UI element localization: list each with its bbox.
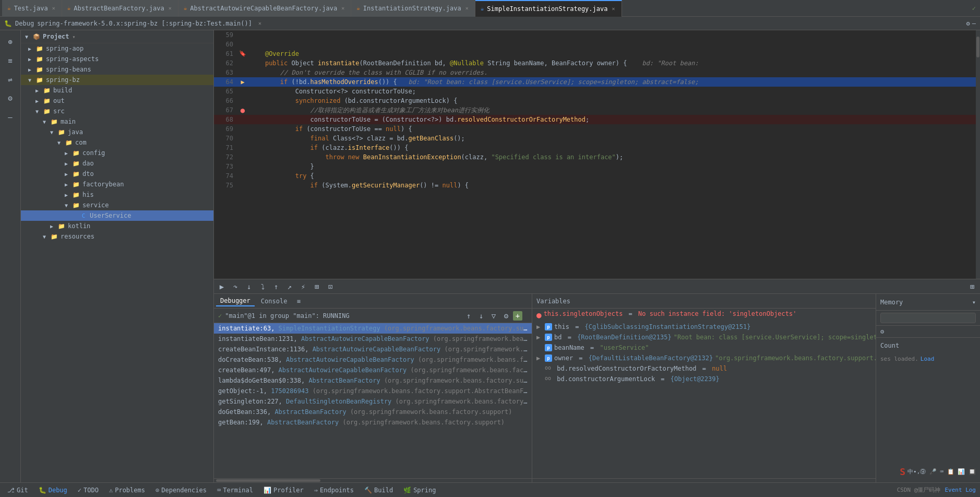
bottom-tab-profiler[interactable]: 📊 Profiler [260, 486, 307, 495]
tree-item-factorybean[interactable]: ▶ 📁 factorybean [21, 179, 213, 190]
tab-instantiation[interactable]: ☕ InstantiationStrategy.java ✕ [351, 0, 475, 17]
thread-settings-btn[interactable]: ⚙ [500, 310, 512, 322]
thread-up-btn[interactable]: ↑ [463, 310, 474, 322]
tree-item-out[interactable]: ▶ 📁 out [21, 96, 213, 106]
tab-debugger[interactable]: Debugger [216, 296, 255, 306]
debug-layout-btn[interactable]: ⊞ [966, 281, 978, 292]
memory-load-link[interactable]: Load [921, 356, 935, 362]
frame-item-9[interactable]: getBean:199, AbstractBeanFactory (org.sp… [214, 417, 532, 428]
variables-scrollbar[interactable] [532, 478, 876, 482]
memory-expand-icon[interactable]: ▾ [972, 299, 976, 306]
bottom-tab-spring[interactable]: 🌿 Spring [400, 486, 439, 495]
frames-scrollbar[interactable] [214, 478, 532, 482]
tree-item-resources[interactable]: ▼ 📁 resources [21, 231, 213, 242]
force-step-into-btn[interactable]: ⤵ [257, 281, 268, 292]
project-header[interactable]: ▼ 📦 Project ▾ [21, 30, 213, 43]
code-editor[interactable]: 59 60 61 🔖 @Ove [214, 30, 980, 279]
thread-filter-btn[interactable]: ▽ [488, 310, 499, 322]
bottom-tab-problems[interactable]: ⚠ Problems [106, 486, 148, 495]
tab-abstractautowire[interactable]: ☕ AbstractAutowireCapableBeanFactory.jav… [178, 0, 351, 17]
var-item-bd[interactable]: ▶ p bd = {RootBeanDefinition@2135} "Root… [532, 332, 876, 342]
memory-search-input[interactable] [880, 313, 976, 323]
frame-item-2[interactable]: createBeanInstance:1136, AbstractAutowir… [214, 344, 532, 354]
project-dropdown-icon[interactable]: ▾ [73, 34, 76, 40]
scrollbar-thumb[interactable] [976, 37, 979, 57]
tree-item-main[interactable]: ▼ 📁 main [21, 116, 213, 127]
close-debug-session[interactable]: ✕ [257, 20, 262, 27]
frame-item-0[interactable]: instantiate:63, SimpleInstantiationStrat… [214, 323, 532, 334]
tree-item-kotlin[interactable]: ▶ 📁 kotlin [21, 221, 213, 231]
bottom-tab-git[interactable]: ⎇ Git [4, 486, 31, 495]
frame-item-6[interactable]: getObject:-1, 1750286943 (org.springfram… [214, 386, 532, 396]
evaluate-btn[interactable]: ⚡ [297, 281, 309, 292]
bottom-tab-terminal[interactable]: ⌨ Terminal [214, 486, 256, 495]
thread-down-btn[interactable]: ↓ [475, 310, 487, 322]
bottom-tab-endpoints[interactable]: ⇒ Endpoints [311, 486, 357, 495]
sidebar-icon-2[interactable]: ≡ [3, 53, 18, 68]
var-item-owner[interactable]: ▶ p owner = {DefaultListableBeanFactory@… [532, 353, 876, 363]
tree-item-build[interactable]: ▶ 📁 build [21, 85, 213, 96]
frame-class-0: SimpleInstantiationStrategy [279, 325, 384, 332]
thread-add-btn[interactable]: + [513, 311, 522, 321]
resume-btn[interactable]: ▶ [216, 281, 228, 292]
tree-item-spring-bz[interactable]: ▼ 📁 spring-bz [21, 75, 213, 85]
tree-item-service[interactable]: ▼ 📁 service [21, 200, 213, 210]
tab-console[interactable]: Console [257, 297, 292, 306]
tree-item-com[interactable]: ▼ 📁 com [21, 137, 213, 148]
tab-abstractbean[interactable]: ☕ AbstractBeanFactory.java ✕ [62, 0, 178, 17]
editor-scrollbar[interactable] [976, 30, 980, 279]
tab-close-instantiation[interactable]: ✕ [464, 5, 470, 11]
tab-close-test[interactable]: ✕ [51, 5, 56, 11]
tab-test[interactable]: ☕ Test.java ✕ [2, 0, 62, 17]
frames-scrollbar-thumb[interactable] [216, 479, 320, 482]
var-item-singletonobjects[interactable]: ● this.singletonObjects = No such instan… [532, 309, 876, 322]
tree-item-spring-aspects[interactable]: ▶ 📁 spring-aspects [21, 54, 213, 64]
sidebar-icon-minus[interactable]: — [3, 110, 18, 124]
tree-item-spring-aop[interactable]: ▶ 📁 spring-aop [21, 43, 213, 54]
memory-settings-icon[interactable]: ⚙ [880, 328, 884, 335]
frame-item-4[interactable]: createBean:497, AbstractAutowireCapableB… [214, 365, 532, 375]
tab-close-abstractbean[interactable]: ✕ [168, 5, 173, 11]
frame-item-5[interactable]: lambda$doGetBean$0:338, AbstractBeanFact… [214, 375, 532, 386]
tree-item-dto[interactable]: ▶ 📁 dto [21, 169, 213, 179]
frame-item-3[interactable]: doCreateBean:538, AbstractAutowireCapabl… [214, 354, 532, 365]
tree-item-config[interactable]: ▶ 📁 config [21, 148, 213, 158]
frame-item-8[interactable]: doGetBean:336, AbstractBeanFactory (org.… [214, 407, 532, 417]
step-over-btn[interactable]: ↷ [230, 281, 241, 292]
bottom-tab-dependencies[interactable]: ⊙ Dependencies [152, 486, 210, 495]
tree-item-his[interactable]: ▶ 📁 his [21, 190, 213, 200]
run-to-cursor-btn[interactable]: ↗ [284, 281, 295, 292]
step-into-btn[interactable]: ↓ [243, 281, 255, 292]
arrow-bd[interactable]: ▶ [536, 334, 543, 341]
tab-close-simpleinst[interactable]: ✕ [611, 5, 616, 12]
frame-item-7[interactable]: getSingleton:227, DefaultSingletonBeanRe… [214, 396, 532, 407]
sidebar-icon-3[interactable]: ⇌ [3, 72, 18, 87]
var-item-beanname[interactable]: p beanName = "userService" [532, 342, 876, 353]
settings-icon[interactable]: ⚙ [966, 20, 970, 27]
sidebar-icon-settings[interactable]: ⚙ [3, 91, 18, 105]
bottom-tab-debug[interactable]: 🐛 Debug [35, 486, 70, 495]
tree-item-userservice[interactable]: C UserService [21, 210, 213, 221]
arrow-owner[interactable]: ▶ [536, 354, 543, 362]
event-log-link[interactable]: Event Log [945, 487, 976, 493]
bottom-tab-todo[interactable]: ✓ TODO [75, 486, 102, 495]
table-view-btn[interactable]: ⊞ [311, 281, 322, 292]
frame-item-1[interactable]: instantiateBean:1231, AbstractAutowireCa… [214, 334, 532, 344]
tab-simpleinst[interactable]: ☕ SimpleInstantiationStrategy.java ✕ [475, 0, 622, 17]
tab-close-abstractautowire[interactable]: ✕ [340, 5, 345, 11]
tree-item-src[interactable]: ▼ 📁 src [21, 106, 213, 116]
bottom-tab-build[interactable]: 🔨 Build [361, 486, 396, 495]
folder-icon-bz: 📁 [35, 76, 44, 84]
tree-item-dao[interactable]: ▶ 📁 dao [21, 158, 213, 169]
minimize-icon[interactable]: — [972, 20, 976, 27]
frames-menu-icon[interactable]: ≡ [294, 297, 303, 305]
step-out-btn[interactable]: ↑ [270, 281, 282, 292]
sidebar-icon-1[interactable]: ⊕ [3, 34, 18, 49]
restore-layout-btn[interactable]: ⊡ [325, 281, 336, 292]
var-item-this[interactable]: ▶ p this = {CglibSubclassingInstantiatio… [532, 322, 876, 332]
var-item-arglock[interactable]: oo bd.constructorArgumentLock = {Object@… [532, 374, 876, 384]
var-item-resolved[interactable]: oo bd.resolvedConstructorOrFactoryMethod… [532, 363, 876, 374]
tree-item-java[interactable]: ▼ 📁 java [21, 127, 213, 137]
arrow-this[interactable]: ▶ [536, 323, 543, 330]
tree-item-spring-beans[interactable]: ▶ 📁 spring-beans [21, 64, 213, 75]
